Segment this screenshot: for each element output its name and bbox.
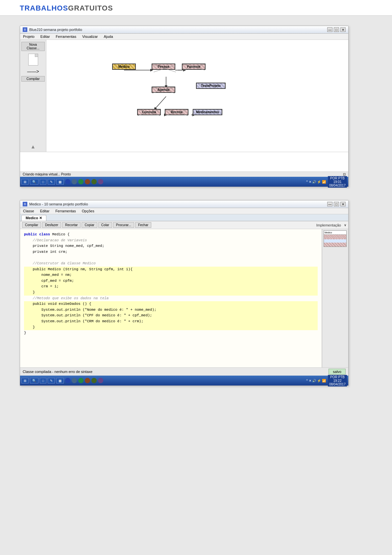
taskbar1-icon6[interactable]: [98, 179, 103, 184]
code-line-16: System.out.println ("CRM do medico é: " …: [24, 319, 318, 325]
svg-line-4: [155, 96, 166, 109]
taskbar2-icon2[interactable]: [72, 378, 77, 383]
taskbar1-icon3[interactable]: [78, 179, 84, 184]
win1-title-left: B BlueJ10 semana projeto portfolio: [23, 27, 82, 32]
code-line-12: //Metodo que exibe os dados na tela: [24, 296, 318, 302]
taskbar1-start[interactable]: ⊞: [21, 179, 29, 185]
btn-fechar[interactable]: Fechar: [135, 222, 151, 228]
class-pessoa[interactable]: Pessoa: [152, 64, 175, 70]
win2-titlebar: B Medico - 10 semana projeto portfolio —…: [20, 200, 348, 208]
taskbar2-btn4[interactable]: ▦: [56, 378, 64, 383]
btn-compilar[interactable]: Compilar: [22, 222, 41, 228]
taskbar1-icon5[interactable]: [91, 179, 97, 184]
brand-part2: GRATUITOS: [68, 4, 113, 12]
code-line-5: [24, 255, 318, 261]
taskbar1: ⊞ 🔍 □ ✎ ▦ ^ ✕ 🔊 ⚡ 📶 POR PTB 19:01 08/04/…: [20, 177, 348, 187]
taskbar2-explorer[interactable]: □: [40, 378, 46, 383]
btn-colar[interactable]: Colar: [98, 222, 112, 228]
menu-projeto[interactable]: Projeto: [22, 34, 36, 39]
win2-title-left: B Medico - 10 semana projeto portfolio: [23, 202, 88, 206]
class-medicamentos[interactable]: Medicamentos: [193, 109, 222, 115]
win2-toolbar: Compilar Desfazer Recortar Copiar Colar …: [20, 221, 348, 229]
compilar-btn[interactable]: Compilar: [21, 76, 45, 82]
nova-classe-btn[interactable]: Nova Classe...: [21, 42, 45, 51]
taskbar1-icon4[interactable]: [85, 179, 90, 184]
win1-minimize[interactable]: —: [327, 27, 332, 32]
taskbar1-explorer[interactable]: □: [40, 179, 46, 185]
win2-minimize[interactable]: —: [327, 202, 332, 206]
win2-controls[interactable]: — □ ✕: [327, 202, 346, 206]
win1-status-text: Criando máquina virtual... Pronto: [23, 172, 71, 176]
taskbar1-icon1[interactable]: [65, 179, 70, 184]
arrow-btn[interactable]: ——>: [21, 68, 45, 75]
code-line-4: private int crm;: [24, 249, 318, 255]
diagram-arrows: [46, 40, 348, 152]
class-consulta[interactable]: Consulta: [137, 109, 161, 115]
menu-ferramentas[interactable]: Ferramentas: [55, 34, 77, 39]
btn-recortar[interactable]: Recortar: [62, 222, 81, 228]
menu-editar[interactable]: Editar: [39, 34, 51, 39]
code-line-9: cpf_med = cpfm;: [24, 278, 318, 284]
taskbar1-clock: POR PTB 19:01 08/04/2017: [328, 176, 347, 188]
win1-close[interactable]: ✕: [340, 27, 346, 32]
win1-title-text: BlueJ10 semana projeto portfolio: [29, 28, 82, 32]
toolbar-chevron[interactable]: ∨: [344, 223, 346, 227]
btn-procurar[interactable]: Procurar...: [113, 222, 134, 228]
taskbar1-btn4[interactable]: ▦: [56, 179, 64, 185]
taskbar2-icon6[interactable]: [98, 378, 103, 383]
btn-copiar[interactable]: Copiar: [82, 222, 97, 228]
taskbar2: ⊞ 🔍 □ ✎ ▦ ^ ✕ 🔊 ⚡ 📶 POR PTB 19:22 08/04/…: [20, 376, 348, 385]
win1-statusbar: Criando máquina virtual... Pronto ⊡: [20, 172, 348, 177]
menu2-opcoes[interactable]: Opções: [81, 209, 95, 213]
class-receita[interactable]: Receita: [165, 109, 188, 115]
code-line-10: crm = i;: [24, 284, 318, 290]
menu2-ferramentas[interactable]: Ferramentas: [54, 209, 77, 213]
code-line-21: [24, 348, 318, 354]
win2-status-text: Classe compilada - nenhum erro de sintax…: [23, 370, 92, 374]
win2-restore[interactable]: □: [334, 202, 339, 206]
taskbar2-icon5[interactable]: [91, 378, 97, 383]
taskbar2-icon1[interactable]: [65, 378, 70, 383]
win1-controls[interactable]: — □ ✕: [327, 27, 346, 32]
code-line-15: System.out.println ("CPF do medico é: " …: [24, 313, 318, 319]
class-medico[interactable]: Medico: [112, 64, 136, 70]
btn-desfazer[interactable]: Desfazer: [42, 222, 61, 228]
taskbar2-btn3[interactable]: ✎: [48, 378, 55, 383]
taskbar2-icon4[interactable]: [85, 378, 90, 383]
tab-medico[interactable]: Medico ✕: [21, 215, 46, 221]
win1-sidebar: Nova Classe... ——> Compilar ▲: [20, 40, 46, 152]
taskbar1-tray: ^ ✕ 🔊 ⚡ 📶: [306, 180, 326, 184]
sidebar-expand[interactable]: ▲: [21, 144, 45, 150]
salvo-button[interactable]: salvo: [329, 369, 346, 375]
taskbar1-right: ^ ✕ 🔊 ⚡ 📶 POR PTB 19:01 08/04/2017: [306, 176, 347, 188]
win1-body: Nova Classe... ——> Compilar ▲: [20, 40, 348, 152]
taskbar1-search[interactable]: 🔍: [30, 179, 38, 185]
code-line-1: public class Medico {: [24, 232, 318, 238]
menu2-editar[interactable]: Editar: [39, 209, 51, 213]
code-editor[interactable]: public class Medico { //Declaracao de Va…: [20, 229, 322, 367]
taskbar2-search[interactable]: 🔍: [30, 378, 38, 383]
win1-resize-icon: ⊡: [343, 172, 346, 176]
taskbar2-icon3[interactable]: [78, 378, 84, 383]
win2-close[interactable]: ✕: [340, 202, 346, 206]
class-testeprojeto[interactable]: TesteProjeto: [196, 83, 226, 89]
menu-visualizar[interactable]: Visualizar: [81, 34, 99, 39]
class-paciente[interactable]: Paciente: [182, 64, 206, 70]
win1-output: [20, 152, 348, 172]
code-line-3: private String nome_med, cpf_med;: [24, 243, 318, 249]
taskbar1-btn3[interactable]: ✎: [48, 179, 55, 185]
code-line-2: //Declaracao de Variaveis: [24, 238, 318, 244]
menu2-classe[interactable]: Classe: [22, 209, 35, 213]
win1-restore[interactable]: □: [334, 27, 339, 32]
menu-ajuda[interactable]: Ajuda: [103, 34, 114, 39]
window2: B Medico - 10 semana projeto portfolio —…: [20, 200, 349, 386]
receita-x-icon: [165, 109, 188, 116]
code-line-20: [24, 342, 318, 348]
class-agenda[interactable]: Agenda: [152, 87, 175, 93]
taskbar2-start[interactable]: ⊞: [21, 378, 29, 383]
bluej-icon: B: [23, 27, 27, 32]
win1-menubar: Projeto Editar Ferramentas Visualizar Aj…: [20, 34, 348, 40]
taskbar1-icon2[interactable]: [72, 179, 77, 184]
editor-area: public class Medico { //Declaracao de Va…: [20, 229, 348, 367]
brand-part1: TRABALHOS: [20, 4, 68, 12]
